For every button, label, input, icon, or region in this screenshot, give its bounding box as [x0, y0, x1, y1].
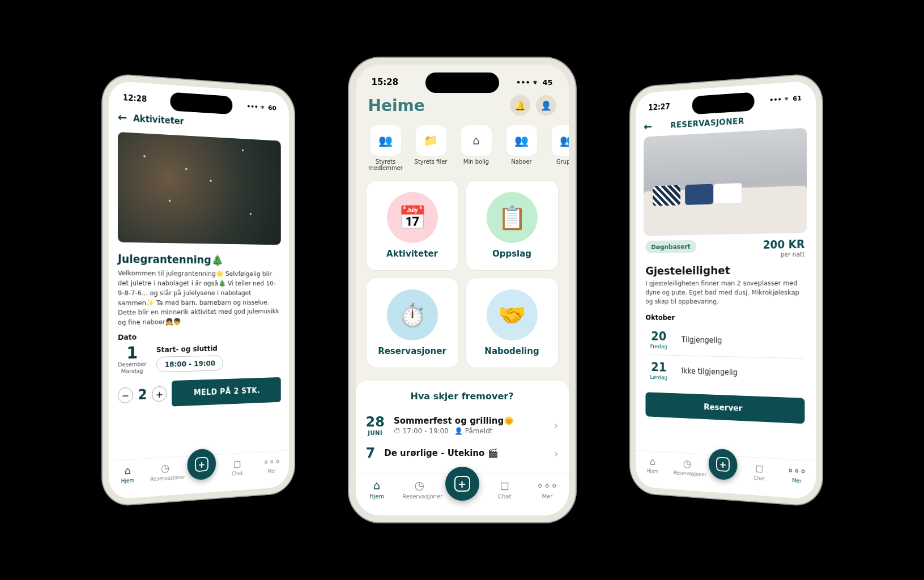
clock-icon: ◷ [150, 461, 180, 475]
listing-image [644, 128, 807, 236]
chat-icon: ◻ [223, 457, 250, 470]
group-icon: 👥 [551, 125, 569, 156]
nav-more[interactable]: ∘∘∘Mer [258, 455, 285, 475]
quick-neighbors[interactable]: 👥Naboer [502, 125, 542, 171]
decrease-button[interactable]: − [117, 387, 133, 404]
nav-more[interactable]: ∘∘∘Mer [530, 479, 564, 500]
status-time: 12:28 [122, 93, 146, 104]
nav-reservations[interactable]: ◷Reservasjoner [150, 461, 180, 482]
more-icon: ∘∘∘ [530, 479, 564, 492]
price-value: 200 KR [763, 238, 804, 251]
increase-button[interactable]: + [152, 386, 167, 402]
back-button[interactable]: ← [644, 120, 652, 133]
calendar-icon: 📅 [387, 192, 438, 243]
event-title: Julegrantenning🎄 [117, 253, 280, 267]
phone-home: 15:28 ••• ᯤ 45 Heime 🔔 👤 👥Styrets medlem… [349, 58, 576, 522]
quick-my-home[interactable]: ⌂Min bolig [457, 125, 496, 171]
app-logo: Heime [368, 96, 425, 115]
reserve-button[interactable]: Reserver [645, 392, 804, 424]
phone-activity-detail: 12:28 ••• ᯤ 60 ← Aktiviteter Julegranten… [102, 74, 294, 506]
notch [425, 72, 499, 93]
nav-home[interactable]: ⌂Hjem [112, 463, 142, 485]
upcoming-event[interactable]: 28JUNI Sommerfest og grilling🌞⏱ 17:00 - … [366, 410, 559, 441]
home-icon: ⌂ [112, 463, 142, 478]
stopwatch-icon: ⏱️ [387, 289, 438, 340]
quick-groups[interactable]: 👥Gruppe [547, 125, 569, 171]
time-label: Start- og sluttid [156, 344, 223, 354]
nav-chat[interactable]: ◻Chat [744, 461, 774, 482]
listing-description: I gjesteleiligheten finner man 2 sovepla… [645, 279, 804, 308]
date-section-label: Dato [117, 331, 280, 342]
nav-reservations[interactable]: ◷Reservasjoner [402, 479, 436, 500]
chat-icon: ◻ [744, 461, 774, 475]
notifications-button[interactable]: 🔔 [510, 95, 530, 116]
people-icon: 👥 [370, 125, 402, 156]
quick-board-files[interactable]: 📁Styrets filer [411, 125, 451, 171]
chat-icon: ◻ [488, 479, 522, 492]
page-title: Aktiviteter [133, 113, 184, 126]
home-icon: ⌂ [360, 479, 394, 492]
signup-button[interactable]: MELD PÅ 2 STK. [172, 377, 281, 407]
availability-row[interactable]: 21Lørdag Ikke tilgjengelig [645, 355, 804, 390]
nav-home[interactable]: ⌂Hjem [360, 479, 394, 500]
fab-add[interactable]: + [445, 467, 479, 501]
event-description: Velkommen til julegrantenning🌟 Selvfølge… [117, 268, 280, 328]
quick-access-row: 👥Styrets medlemmer 📁Styrets filer ⌂Min b… [356, 119, 569, 174]
card-reservations[interactable]: ⏱️Reservasjoner [366, 278, 459, 368]
back-button[interactable]: ← [117, 110, 126, 124]
availability-row[interactable]: 20Fredag Tilgjengelig [645, 324, 804, 359]
board-icon: 📋 [487, 192, 538, 243]
more-icon: ∘∘∘ [258, 455, 285, 468]
notch [170, 92, 232, 115]
status-time: 12:27 [648, 102, 670, 112]
card-activities[interactable]: 📅Aktiviteter [366, 180, 459, 271]
more-icon: ∘∘∘ [781, 463, 811, 478]
card-notices[interactable]: 📋Oppslag [466, 180, 559, 271]
nav-chat[interactable]: ◻Chat [488, 479, 522, 500]
nav-chat[interactable]: ◻Chat [223, 457, 250, 477]
neighbors-icon: 👥 [506, 125, 538, 156]
listing-title: Gjesteleilighet [645, 263, 804, 277]
status-icons: ••• ᯤ 60 [246, 102, 276, 112]
phone-reservations: 12:27 ••• ᯤ 61 ← RESERVASJONER Døgnbaser… [630, 74, 822, 506]
quick-board-members[interactable]: 👥Styrets medlemmer [366, 125, 406, 171]
notch [692, 92, 754, 115]
chevron-right-icon: › [554, 419, 558, 431]
profile-button[interactable]: 👤 [536, 95, 556, 116]
nav-more[interactable]: ∘∘∘Mer [781, 463, 811, 485]
month-label: Oktober [645, 313, 804, 323]
house-icon: ⌂ [461, 125, 492, 156]
nav-home[interactable]: ⌂Hjem [638, 455, 666, 475]
upcoming-title: Hva skjer fremover? [366, 391, 559, 402]
handshake-icon: 🤝 [487, 289, 538, 340]
event-date: 1 Desember Mandag [117, 344, 146, 376]
pricing-tag: Døgnbasert [645, 240, 696, 253]
page-title: RESERVASJONER [670, 116, 744, 130]
price-unit: per natt [763, 251, 804, 259]
status-time: 15:28 [372, 77, 399, 87]
home-icon: ⌂ [638, 455, 666, 468]
clock-icon: ◷ [402, 479, 436, 492]
clock-icon: ◷ [673, 457, 701, 470]
nav-reservations[interactable]: ◷Reservasjoner [673, 457, 701, 477]
status-icons: ••• ᯤ 45 [516, 78, 553, 87]
time-range: 18:00 - 19:00 [156, 355, 223, 372]
event-hero-image [117, 132, 280, 245]
status-icons: ••• ᯤ 61 [769, 93, 802, 104]
folder-icon: 📁 [415, 125, 447, 156]
chevron-right-icon: › [554, 447, 558, 459]
upcoming-event[interactable]: 7 De urørlige - Utekino 🎬 › [366, 441, 559, 466]
quantity-value: 2 [138, 387, 147, 403]
card-sharing[interactable]: 🤝Nabodeling [466, 278, 559, 368]
